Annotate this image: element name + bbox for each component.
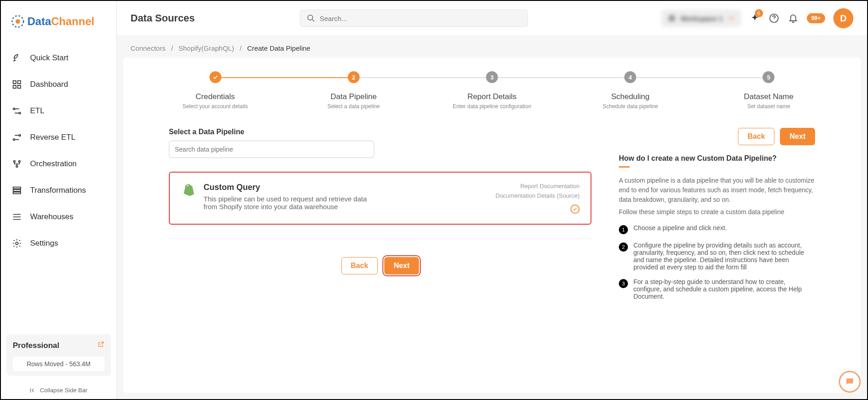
crumb-source[interactable]: Shopify(GraphQL) [178, 44, 234, 52]
help-paragraph-2: Follow these simple steps to create a cu… [619, 207, 815, 217]
shopify-icon [181, 183, 195, 197]
main: Data Sources Workspace 1 6 [117, 1, 867, 399]
notification-count: 99+ [807, 13, 825, 23]
step-data-pipeline[interactable]: 2 Data Pipeline Select a data pipeline [284, 71, 423, 110]
search-icon [307, 14, 315, 23]
help-step-3: 3For a step-by-step guide to understand … [619, 278, 815, 300]
svg-rect-15 [13, 192, 21, 194]
help-step-2: 2Configure the pipeline by providing det… [619, 242, 815, 271]
back-button-bottom[interactable]: Back [341, 257, 378, 274]
plan-name: Professional [13, 341, 59, 350]
step-scheduling[interactable]: 4 Scheduling Schedule data pipeline [561, 71, 700, 110]
svg-rect-5 [18, 85, 21, 88]
pipeline-card-custom-query[interactable]: Custom Query This pipeline can be used t… [169, 172, 591, 225]
nav-quick-start[interactable]: Quick Start [1, 45, 116, 71]
nav-warehouses[interactable]: Warehouses [1, 204, 116, 230]
nav-transformations[interactable]: Transformations [1, 177, 116, 204]
svg-point-7 [19, 112, 21, 114]
card-title: Custom Query [204, 183, 487, 192]
svg-rect-2 [13, 81, 16, 84]
nav-etl[interactable]: ETL [1, 98, 116, 124]
nav: Quick Start Dashboard ETL Reverse ETL Or… [1, 37, 116, 329]
plan-box: Professional Rows Moved - 563.4M [6, 334, 111, 376]
crumb-connectors[interactable]: Connectors [131, 44, 166, 52]
svg-point-6 [13, 108, 15, 110]
svg-point-1 [16, 19, 20, 24]
topbar: Data Sources Workspace 1 6 [117, 1, 867, 36]
selected-check-icon [570, 205, 580, 214]
help-step-1: 1Choose a pipeline and click next. [619, 224, 815, 234]
nav-settings[interactable]: Settings [1, 230, 116, 257]
svg-point-16 [16, 242, 18, 245]
collapse-sidebar[interactable]: Collapse Side Bar [1, 381, 116, 399]
brand-logo[interactable]: DataChannel [1, 1, 116, 37]
step-credentials[interactable]: Credentials Select your account details [146, 71, 284, 110]
pipeline-search-input[interactable] [169, 141, 374, 158]
help-paragraph-1: A custom pipeline is a data pipeline tha… [619, 176, 815, 205]
svg-rect-14 [13, 189, 21, 191]
svg-point-8 [13, 139, 15, 141]
card-description: This pipeline can be used to request and… [204, 195, 368, 211]
source-doc-link[interactable]: Documentation Details (Source) [496, 192, 580, 199]
logo-icon [11, 15, 25, 28]
help-icon [769, 13, 779, 23]
sidebar: DataChannel Quick Start Dashboard ETL Re… [1, 1, 117, 399]
external-link-icon[interactable] [97, 341, 105, 350]
svg-point-17 [308, 15, 313, 20]
svg-point-9 [19, 135, 21, 137]
svg-rect-18 [669, 15, 675, 21]
page-title: Data Sources [131, 12, 195, 24]
svg-rect-3 [18, 81, 21, 84]
next-button-top[interactable]: Next [780, 128, 815, 145]
svg-point-12 [16, 166, 18, 168]
next-button-bottom[interactable]: Next [384, 257, 419, 274]
svg-point-10 [14, 161, 16, 163]
svg-point-11 [19, 161, 21, 163]
nav-orchestration[interactable]: Orchestration [1, 151, 116, 177]
chevron-down-icon [727, 15, 735, 22]
check-icon [212, 74, 219, 80]
svg-rect-13 [13, 187, 21, 189]
step-dataset-name[interactable]: 5 Dataset Name Set dataset name [700, 71, 838, 110]
breadcrumb: Connectors / Shopify(GraphQL) / Create D… [117, 36, 867, 58]
chat-widget[interactable] [839, 371, 861, 393]
report-doc-link[interactable]: Report Documentation [520, 183, 580, 189]
sparkle-badge: 6 [755, 9, 763, 17]
stepper: Credentials Select your account details … [146, 71, 838, 110]
crumb-current: Create Data Pipeline [247, 44, 310, 52]
notifications-button[interactable] [788, 13, 799, 24]
content: Credentials Select your account details … [123, 58, 861, 393]
chat-icon [845, 377, 855, 387]
back-button-top[interactable]: Back [738, 128, 774, 145]
svg-rect-4 [13, 85, 16, 88]
ai-sparkle-button[interactable]: 6 [749, 13, 760, 24]
rows-moved: Rows Moved - 563.4M [13, 357, 105, 371]
help-button[interactable] [769, 13, 779, 24]
global-search[interactable] [300, 10, 528, 27]
help-title: How do I create a new Custom Data Pipeli… [619, 154, 815, 163]
user-avatar[interactable]: D [833, 8, 853, 28]
nav-dashboard[interactable]: Dashboard [1, 71, 116, 98]
bell-icon [788, 13, 798, 23]
section-label: Select a Data Pipeline [169, 128, 591, 136]
step-report-details[interactable]: 3 Report Details Enter data pipeline con… [423, 71, 561, 110]
workspace-switcher[interactable]: Workspace 1 [661, 10, 741, 27]
nav-reverse-etl[interactable]: Reverse ETL [1, 124, 116, 151]
search-input[interactable] [319, 15, 521, 22]
workspace-icon [668, 14, 676, 22]
